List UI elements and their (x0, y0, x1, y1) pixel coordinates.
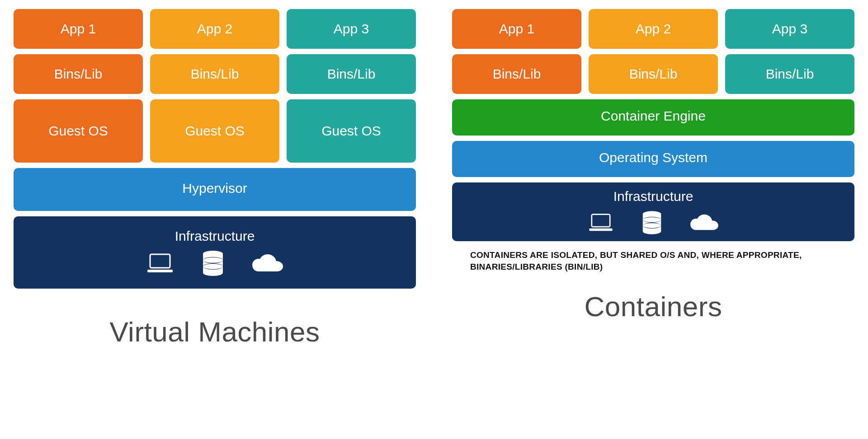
vm-guestos2: Guest OS (150, 99, 279, 163)
ct-note: CONTAINERS ARE ISOLATED, BUT SHARED O/S … (452, 249, 854, 272)
ct-apps-row: App 1 App 2 App 3 (452, 9, 854, 49)
ct-bins1: Bins/Lib (452, 54, 581, 94)
ct-app3: App 3 (725, 9, 854, 49)
vm-app1: App 1 (14, 9, 143, 49)
ct-os-label: Operating System (599, 150, 708, 165)
vm-guestos-row: Guest OS Guest OS Guest OS (14, 99, 416, 163)
vm-app3: App 3 (287, 9, 416, 49)
ct-bins-row: Bins/Lib Bins/Lib Bins/Lib (452, 54, 854, 94)
svg-point-13 (643, 223, 661, 228)
svg-rect-0 (150, 254, 170, 268)
ct-bins3: Bins/Lib (725, 54, 854, 94)
vm-bins2: Bins/Lib (150, 54, 279, 94)
ct-panel: App 1 App 2 App 3 Bins/Lib Bins/Lib Bins… (452, 9, 854, 430)
ct-infrastructure: Infrastructure (452, 182, 854, 241)
laptop-icon (587, 213, 614, 233)
vm-title: Virtual Machines (14, 316, 416, 348)
ct-bins2: Bins/Lib (589, 54, 718, 94)
ct-app2: App 2 (589, 9, 718, 49)
ct-os: Operating System (452, 141, 854, 177)
vm-bins3: Bins/Lib (287, 54, 416, 94)
vm-guestos1: Guest OS (14, 99, 143, 163)
vm-hypervisor-label: Hypervisor (182, 181, 247, 196)
database-icon (202, 250, 224, 276)
ct-engine: Container Engine (452, 99, 854, 135)
svg-rect-7 (592, 215, 610, 227)
vm-bins-row: Bins/Lib Bins/Lib Bins/Lib (14, 54, 416, 94)
ct-infrastructure-label: Infrastructure (613, 189, 693, 204)
svg-point-4 (203, 257, 223, 263)
vm-hypervisor: Hypervisor (14, 168, 416, 211)
vm-infrastructure: Infrastructure (14, 216, 416, 289)
ct-engine-label: Container Engine (601, 108, 706, 124)
vm-guestos3: Guest OS (287, 99, 416, 163)
vm-app2: App 2 (150, 9, 279, 49)
svg-rect-8 (589, 229, 612, 231)
ct-app1: App 1 (452, 9, 581, 49)
database-icon (642, 210, 662, 235)
cloud-icon (251, 253, 284, 273)
svg-point-6 (203, 264, 223, 269)
laptop-icon (146, 252, 175, 274)
vm-apps-row: App 1 App 2 App 3 (14, 9, 416, 49)
vm-bins1: Bins/Lib (14, 54, 143, 94)
vm-panel: App 1 App 2 App 3 Bins/Lib Bins/Lib Bins… (14, 9, 416, 430)
vm-infrastructure-label: Infrastructure (175, 229, 255, 244)
cloud-icon (689, 214, 719, 232)
ct-title: Containers (452, 290, 854, 322)
svg-rect-1 (147, 270, 173, 272)
svg-point-11 (643, 217, 661, 222)
